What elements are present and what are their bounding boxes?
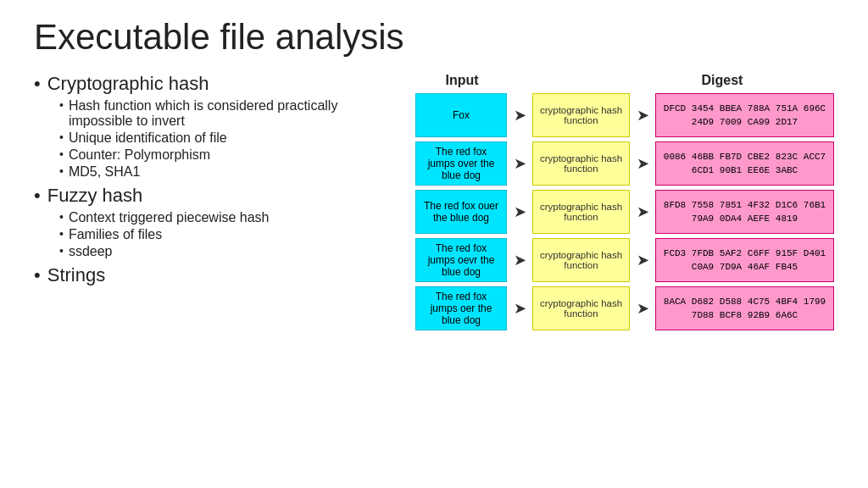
hash-box-1: cryptographic hash function	[532, 141, 630, 186]
input-box-2: The red fox ouer the blue dog	[415, 190, 507, 234]
hash-box-0: cryptographic hash function	[532, 93, 630, 137]
arrow1-0: ➤	[507, 106, 532, 125]
arrow2-3: ➤	[630, 251, 655, 269]
digest-box-4: 8ACA D682 D588 4C75 4BF4 1799 7D88 BCF8 …	[655, 286, 834, 330]
hash-box-2: cryptographic hash function	[532, 190, 630, 234]
bullet-crypto-sub-0: Hash function which is considered practi…	[59, 98, 398, 129]
page-title: Executable file analysis	[34, 17, 834, 58]
bullet-fuzzy-sub-2: ssdeep	[59, 244, 398, 259]
arrow2-0: ➤	[630, 106, 655, 125]
arrow1-3: ➤	[507, 251, 532, 269]
arrow2-1: ➤	[630, 154, 655, 173]
diagram-section: Input Digest Fox➤cryptographic hash func…	[415, 73, 834, 335]
arrow2-4: ➤	[630, 299, 655, 318]
bullet-section: Cryptographic hash Hash function which i…	[34, 73, 398, 290]
arrow1-2: ➤	[507, 202, 532, 221]
diagram-row-3: The red fox jumps oevr the blue dog➤cryp…	[415, 238, 834, 282]
bullet-fuzzy-hash: Fuzzy hash	[34, 185, 398, 207]
input-box-0: Fox	[415, 93, 507, 137]
digest-box-1: 0086 46BB FB7D CBE2 823C ACC7 6CD1 90B1 …	[655, 141, 834, 186]
bullet-crypto-sub-3: MD5, SHA1	[59, 164, 398, 180]
bullet-fuzzy-sub-0: Context triggered piecewise hash	[59, 210, 398, 225]
diagram-row-0: Fox➤cryptographic hash function➤DFCD 345…	[415, 93, 834, 137]
hash-box-4: cryptographic hash function	[532, 286, 630, 330]
digest-box-0: DFCD 3454 BBEA 788A 751A 696C 24D9 7009 …	[655, 93, 834, 137]
bullet-crypto-sub-1: Unique identification of file	[59, 130, 398, 146]
input-box-1: The red fox jumps over the blue dog	[415, 141, 507, 186]
digest-box-3: FCD3 7FDB 5AF2 C6FF 915F D401 C0A9 7D9A …	[655, 238, 834, 282]
diagram-row-2: The red fox ouer the blue dog➤cryptograp…	[415, 190, 834, 234]
bullet-crypto-sub-2: Counter: Polymorphism	[59, 147, 398, 163]
bullet-strings: Strings	[34, 264, 398, 286]
digest-column-label: Digest	[610, 73, 834, 88]
diagram-row-4: The red fox jumps oer the blue dog➤crypt…	[415, 286, 834, 330]
arrow1-4: ➤	[507, 299, 532, 318]
diagram-row-1: The red fox jumps over the blue dog➤cryp…	[415, 141, 834, 186]
input-box-3: The red fox jumps oevr the blue dog	[415, 238, 507, 282]
hash-box-3: cryptographic hash function	[532, 238, 630, 282]
arrow2-2: ➤	[630, 202, 655, 221]
diagram-header: Input Digest	[415, 73, 834, 88]
input-column-label: Input	[415, 73, 509, 88]
input-box-4: The red fox jumps oer the blue dog	[415, 286, 507, 330]
bullet-crypto-hash: Cryptographic hash	[34, 73, 398, 95]
bullet-fuzzy-sub-1: Families of files	[59, 227, 398, 242]
arrow1-1: ➤	[507, 154, 532, 173]
digest-box-2: 8FD8 7558 7851 4F32 D1C6 76B1 79A9 0DA4 …	[655, 190, 834, 234]
